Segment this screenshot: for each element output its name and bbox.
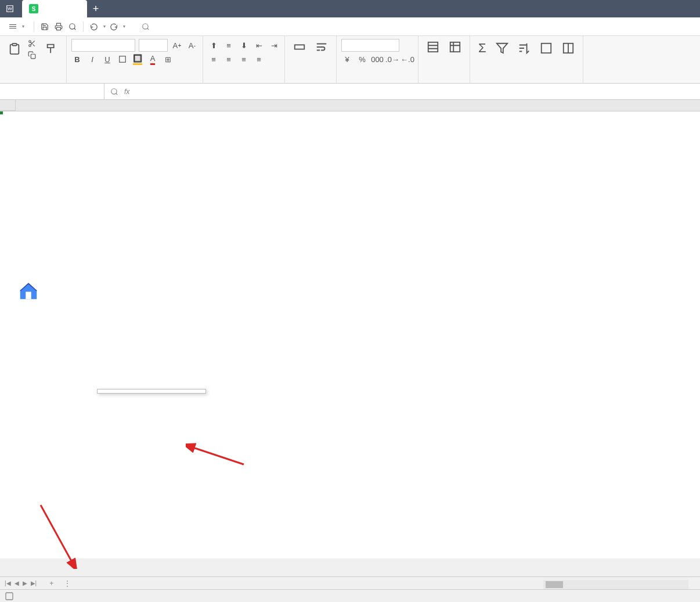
decrease-decimal-icon[interactable]: ←.0 <box>402 53 413 65</box>
paste-button[interactable] <box>5 38 24 60</box>
svg-point-4 <box>29 41 31 43</box>
caret-icon[interactable]: ▾ <box>103 24 106 29</box>
status-icon[interactable] <box>5 592 14 601</box>
currency-icon[interactable]: ¥ <box>341 53 353 65</box>
svg-rect-3 <box>12 44 16 46</box>
ribbon: A+ A- B I U 🔲 A ⊞ ⬆ ≡ ⬇ ⇤ ⇥ ≡ ≡ ≡ ≡ <box>0 36 700 84</box>
cut-button[interactable] <box>26 38 41 49</box>
font-name-select[interactable] <box>71 39 135 52</box>
bold-button[interactable]: B <box>71 53 83 65</box>
title-bar: S + <box>0 0 700 17</box>
align-top-icon[interactable]: ⬆ <box>208 39 219 51</box>
format-painter-button[interactable] <box>42 38 62 60</box>
svg-rect-6 <box>31 54 35 59</box>
align-center-icon[interactable]: ≡ <box>223 53 234 65</box>
spreadsheet-grid[interactable] <box>0 100 700 558</box>
svg-rect-8 <box>295 45 305 49</box>
menu-bar: ▾ ▾ ▾ <box>0 17 700 36</box>
select-all-corner[interactable] <box>0 100 16 111</box>
copy-button[interactable] <box>26 50 41 60</box>
align-right-icon[interactable]: ≡ <box>238 53 250 65</box>
italic-button[interactable]: I <box>86 53 98 65</box>
increase-decimal-icon[interactable]: .0→ <box>387 53 398 65</box>
rows-cols-button[interactable] <box>558 38 578 59</box>
fx-icon[interactable]: fx <box>124 88 129 96</box>
file-menu[interactable]: ▾ <box>5 21 29 31</box>
save-icon[interactable] <box>39 21 50 33</box>
svg-rect-17 <box>6 593 13 600</box>
sort-button[interactable] <box>514 38 534 59</box>
svg-rect-0 <box>57 27 61 30</box>
decrease-font-icon[interactable]: A- <box>186 39 198 51</box>
wps-logo[interactable] <box>0 0 22 17</box>
conditional-format-button[interactable] <box>423 38 443 57</box>
svg-rect-11 <box>541 44 551 53</box>
table-style-button[interactable] <box>445 38 465 57</box>
merge-center-button[interactable] <box>290 38 309 57</box>
svg-point-2 <box>143 23 148 28</box>
add-tab-button[interactable]: + <box>87 0 104 17</box>
font-color-button[interactable]: A <box>147 53 158 65</box>
sheet-nav[interactable]: |◀◀▶▶| <box>5 580 37 586</box>
sum-button[interactable]: Σ <box>475 38 490 59</box>
svg-rect-7 <box>120 56 126 63</box>
add-sheet-button[interactable]: + <box>45 578 58 589</box>
document-tab[interactable]: S <box>22 0 87 17</box>
sheet-list-button[interactable]: ⋮ <box>59 578 75 589</box>
formula-bar: fx <box>0 84 700 100</box>
sheet-context-menu <box>97 389 206 394</box>
align-left-icon[interactable]: ≡ <box>208 53 219 65</box>
svg-point-13 <box>111 88 117 93</box>
formula-input[interactable] <box>135 87 694 96</box>
svg-point-5 <box>29 45 31 47</box>
name-box[interactable] <box>0 84 104 99</box>
undo-icon[interactable] <box>88 21 100 33</box>
increase-indent-icon[interactable]: ⇥ <box>268 39 280 51</box>
caret-icon[interactable]: ▾ <box>123 24 125 29</box>
svg-rect-10 <box>450 42 460 52</box>
redo-icon[interactable] <box>108 21 120 33</box>
number-format-select[interactable] <box>341 39 399 52</box>
search-box[interactable] <box>142 23 152 31</box>
border-button[interactable] <box>117 53 128 65</box>
search-icon[interactable] <box>110 88 118 96</box>
horizontal-scrollbar[interactable] <box>543 580 688 589</box>
hamburger-icon <box>9 24 16 28</box>
caret-icon: ▾ <box>22 24 24 29</box>
spreadsheet-icon: S <box>29 4 38 13</box>
svg-rect-9 <box>428 42 438 52</box>
print-preview-icon[interactable] <box>67 21 78 33</box>
status-bar <box>0 589 700 602</box>
percent-icon[interactable]: % <box>356 53 368 65</box>
svg-rect-14 <box>26 292 31 300</box>
house-icon <box>17 280 39 302</box>
format-button[interactable] <box>536 38 556 59</box>
align-middle-icon[interactable]: ≡ <box>223 39 234 51</box>
search-icon <box>142 23 150 31</box>
font-size-select[interactable] <box>139 39 168 52</box>
watermark <box>17 280 43 302</box>
active-cell-outline <box>0 111 2 114</box>
comma-icon[interactable]: 000 <box>371 53 383 65</box>
filter-button[interactable] <box>492 38 512 59</box>
align-bottom-icon[interactable]: ⬇ <box>238 39 250 51</box>
svg-point-1 <box>70 23 75 28</box>
decrease-indent-icon[interactable]: ⇤ <box>253 39 265 51</box>
align-justify-icon[interactable]: ≡ <box>253 53 265 65</box>
wrap-text-button[interactable] <box>312 38 331 57</box>
underline-button[interactable]: U <box>102 53 113 65</box>
fill-color-button[interactable]: 🔲 <box>132 53 143 65</box>
print-icon[interactable] <box>53 21 64 33</box>
increase-font-icon[interactable]: A+ <box>171 39 183 51</box>
phonetic-button[interactable]: ⊞ <box>162 53 174 65</box>
